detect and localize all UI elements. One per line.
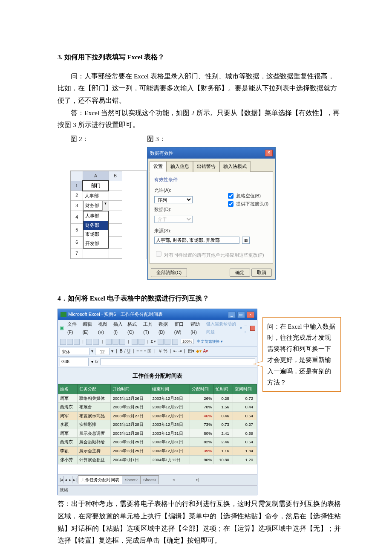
tab-nav-prev[interactable]: ◂ — [64, 476, 68, 484]
sheet-tab-active[interactable]: 工作任务分配时间表 — [78, 475, 122, 484]
table-row: 李颖安排彩排2003年12月28日2003年12月28日73%0.730.27 — [58, 420, 257, 429]
zoom-box[interactable]: 100% — [181, 339, 194, 344]
font-size[interactable]: 12 — [95, 348, 110, 355]
ok-button[interactable]: 确定 — [230, 269, 250, 277]
clear-all-button[interactable]: 全部清除(C) — [151, 268, 187, 277]
cb-dropdown-arrow[interactable]: 提供下拉箭头(I) — [226, 200, 268, 208]
dropdown-option[interactable]: 市场部 — [84, 230, 108, 239]
section-4-heading: 4．如何将 Excel 电子表格中的数据进行行列互换？ — [58, 292, 341, 305]
hscroll[interactable]: |◂ ▸| — [171, 476, 199, 483]
window-buttons: _ ▭ × — [228, 310, 254, 318]
th-end: 结束时间 — [150, 384, 190, 394]
source-label: 来源(S): — [154, 226, 171, 235]
group-label: 有效性条件 — [154, 175, 268, 184]
allow-select[interactable]: 序列 — [154, 196, 193, 203]
menu-view[interactable]: 视图(V) — [98, 320, 111, 337]
dialog-button-row: 全部清除(C) 确定 取消 — [147, 266, 275, 279]
app-icon-small: ▣ — [60, 324, 64, 332]
section-4: 4．如何将 Excel 电子表格中的数据进行行列互换？ Microsoft Ex… — [58, 292, 341, 547]
cn-convert[interactable]: 中文简繁转换 ▾ — [197, 339, 223, 344]
formula-input[interactable] — [100, 358, 255, 365]
font-name[interactable]: 宋体 — [60, 348, 89, 355]
menu-format[interactable]: 格式(O) — [127, 320, 141, 337]
tab-input-msg[interactable]: 输入信息 — [167, 161, 193, 172]
dropdown-list[interactable]: 人事部 财务部 市场部 开发部 — [83, 211, 109, 249]
sheet-tab[interactable]: Sheet3 — [140, 475, 159, 484]
figure-row: 图 2： A B 1部门 2人事部 3 财务部 ▼ — [58, 133, 341, 280]
redo-icon[interactable] — [138, 339, 144, 345]
callout-arrow-icon — [253, 361, 263, 367]
name-box[interactable]: G38 — [60, 358, 89, 367]
mini-spreadsheet: A B 1部门 2人事部 3 财务部 ▼ 4 — [70, 171, 147, 259]
cb-ignore-blank[interactable]: 忽略空值(B) — [226, 192, 268, 200]
tab-ime[interactable]: 输入法模式 — [219, 161, 251, 172]
tab-nav-last[interactable]: ▸| — [72, 476, 78, 484]
range-picker-icon[interactable]: ▦ — [242, 237, 250, 244]
menu-file[interactable]: 文件(F) — [67, 320, 80, 337]
sheet-tab[interactable]: Sheet2 — [122, 475, 141, 484]
undo-icon[interactable] — [132, 339, 138, 345]
figure-3-label: 图 3： — [147, 133, 276, 145]
maximize-icon[interactable]: ▭ — [237, 312, 245, 318]
th-task: 任务分配 — [77, 384, 111, 394]
figure-3-col: 图 3： 数据有效性 × 设置 输入信息 出错警告 输入法模式 有效性条件 — [147, 133, 276, 280]
spacer — [58, 64, 341, 70]
window-title: Microsoft Excel - 实例6 工作任务分配时间表 — [68, 312, 163, 317]
cut-icon[interactable] — [106, 339, 112, 345]
sheet-tabs: |◂ ◂ ▸ ▸| 工作任务分配时间表 Sheet2 Sheet3 |◂ ▸| — [58, 474, 257, 485]
sort-asc-icon[interactable] — [158, 339, 164, 345]
table-body: 周军联络相关媒体2003年12月26日2003年12月26日26%0.280.7… — [58, 394, 257, 464]
dropdown-value[interactable]: 财务部 — [83, 201, 102, 211]
copy-icon[interactable] — [112, 339, 118, 345]
data-label: 数据(D): — [154, 205, 179, 214]
data-validation-dialog: 数据有效性 × 设置 输入信息 出错警告 输入法模式 有效性条件 允许(A): — [147, 147, 276, 280]
figure-2-label: 图 2： — [70, 133, 147, 145]
tab-nav-first[interactable]: |◂ — [59, 476, 64, 484]
sort-desc-icon[interactable] — [164, 339, 170, 345]
menu-edit[interactable]: 编辑(E) — [83, 320, 95, 337]
table-row: 李颖展示会主持2003年12月29日2003年12月31日39%1.161.84 — [58, 447, 257, 456]
table-row: 西海东布展台2003年12月26日2003年12月27日78%1.560.44 — [58, 403, 257, 412]
minimize-icon[interactable]: _ — [228, 312, 236, 318]
open-icon[interactable] — [67, 339, 73, 345]
col-header-a: A — [83, 171, 109, 181]
menu-tools[interactable]: 工具(T) — [143, 320, 156, 337]
callout-box: 问：在 Excel 中输入数据时，往往完成后才发现需要将行和列互换一下才会更好，… — [262, 317, 341, 392]
menu-window[interactable]: 窗口(W) — [174, 320, 188, 337]
menu-help[interactable]: 帮助(H) — [190, 320, 204, 337]
help-search[interactable]: 键入需要帮助的问题 — [206, 320, 237, 336]
tab-error-alert[interactable]: 出错警告 — [193, 161, 219, 172]
fx-icon[interactable]: fx — [95, 358, 98, 366]
dialog-title: 数据有效性 — [150, 149, 173, 157]
chart-icon[interactable] — [172, 339, 178, 345]
cancel-button[interactable]: 取消 — [251, 269, 272, 277]
dropdown-option[interactable]: 人事部 — [84, 211, 108, 220]
close-icon[interactable]: × — [247, 312, 254, 318]
excel-window: Microsoft Excel - 实例6 工作任务分配时间表 _ ▭ × ▣ … — [58, 309, 257, 495]
tab-settings[interactable]: 设置 — [150, 161, 167, 172]
tab-nav-next[interactable]: ▸ — [68, 476, 72, 484]
doc-close-icon[interactable] — [250, 326, 255, 331]
paste-icon[interactable] — [119, 339, 125, 345]
sheet-title: 工作任务分配时间表 — [58, 367, 257, 384]
col-header-b: B — [109, 171, 122, 181]
dropdown-arrow-icon[interactable]: ▼ — [102, 201, 109, 211]
close-icon[interactable]: × — [265, 150, 273, 156]
section-3-heading: 3. 如何用下拉列表填写 Excel 表格？ — [58, 51, 341, 64]
source-input[interactable] — [154, 237, 239, 244]
formula-bar: G38 ▾ fx — [58, 357, 257, 368]
document-page: 3. 如何用下拉列表填写 Excel 表格？ 问：人事部经常要在 Excel 表… — [0, 0, 392, 555]
menu-insert[interactable]: 插入(I) — [113, 320, 125, 337]
print-icon[interactable] — [86, 339, 92, 345]
table-row: 张小芳计算展会损益2004年1月1日2004年1月12日90%10.801.20 — [58, 455, 257, 464]
excel-app-icon — [61, 312, 66, 317]
section-3-answer: 答：Excel 当然可以实现这个功能，如图 2 所示。只要从【数据】菜单选择【有… — [58, 107, 341, 131]
window-titlebar: Microsoft Excel - 实例6 工作任务分配时间表 _ ▭ × — [58, 309, 257, 319]
save-icon[interactable] — [74, 339, 80, 345]
dropdown-option[interactable]: 开发部 — [84, 239, 108, 248]
table-row: 周军布置展示商品2003年12月27日2003年12月27日46%0.460.5… — [58, 411, 257, 420]
menu-data[interactable]: 数据(D) — [159, 320, 172, 337]
preview-icon[interactable] — [93, 339, 99, 345]
new-icon[interactable] — [60, 339, 66, 345]
dropdown-option-selected[interactable]: 财务部 — [84, 221, 108, 230]
